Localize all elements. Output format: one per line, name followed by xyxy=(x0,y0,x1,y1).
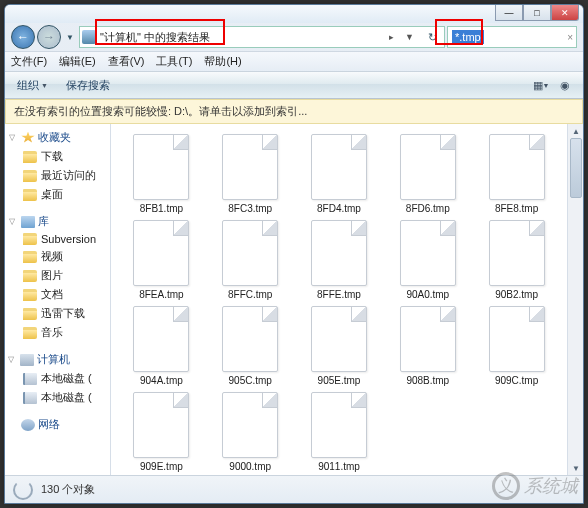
favorites-label: 收藏夹 xyxy=(38,130,71,145)
index-warning-strip[interactable]: 在没有索引的位置搜索可能较慢: D:\。请单击以添加到索引... xyxy=(5,99,583,124)
file-icon xyxy=(222,220,278,286)
save-search-button[interactable]: 保存搜索 xyxy=(62,76,114,95)
scroll-thumb[interactable] xyxy=(570,138,582,198)
navigation-row: ← → ▼ "计算机" 中的搜索结果 ▸ ▼ ↻ *.tmp × xyxy=(5,23,583,51)
favorites-header[interactable]: ▽ 收藏夹 xyxy=(5,128,110,147)
file-item[interactable]: 909C.tmp xyxy=(474,306,559,386)
file-item[interactable]: 8FEA.tmp xyxy=(119,220,204,300)
menu-view[interactable]: 查看(V) xyxy=(108,54,145,69)
file-label: 9011.tmp xyxy=(318,461,360,472)
scroll-down-icon[interactable]: ▼ xyxy=(568,461,583,475)
item-label: 桌面 xyxy=(41,187,63,202)
breadcrumb-arrow-icon: ▸ xyxy=(386,32,397,42)
back-button[interactable]: ← xyxy=(11,25,35,49)
file-label: 8FD6.tmp xyxy=(406,203,450,214)
folder-icon xyxy=(23,289,37,301)
file-item[interactable]: 9011.tmp xyxy=(297,392,382,472)
computer-icon xyxy=(20,354,34,366)
sidebar-item-subversion[interactable]: Subversion xyxy=(5,231,110,247)
file-item[interactable]: 8FE8.tmp xyxy=(474,134,559,214)
file-item[interactable]: 8FD4.tmp xyxy=(297,134,382,214)
file-label: 8FEA.tmp xyxy=(139,289,183,300)
file-icon xyxy=(311,220,367,286)
file-item[interactable]: 8FD6.tmp xyxy=(385,134,470,214)
history-dropdown[interactable]: ▼ xyxy=(63,25,77,49)
vertical-scrollbar[interactable]: ▲ ▼ xyxy=(567,124,583,475)
sidebar-item-desktop[interactable]: 桌面 xyxy=(5,185,110,204)
file-item[interactable]: 8FB1.tmp xyxy=(119,134,204,214)
file-icon xyxy=(311,306,367,372)
drive-icon xyxy=(23,392,37,404)
item-label: 文档 xyxy=(41,287,63,302)
organize-button[interactable]: 组织 ▼ xyxy=(13,76,52,95)
menu-help[interactable]: 帮助(H) xyxy=(204,54,241,69)
file-item[interactable]: 905E.tmp xyxy=(297,306,382,386)
file-icon xyxy=(133,220,189,286)
sidebar-item-documents[interactable]: 文档 xyxy=(5,285,110,304)
file-icon xyxy=(133,392,189,458)
file-label: 8FFE.tmp xyxy=(317,289,361,300)
sidebar-item-pictures[interactable]: 图片 xyxy=(5,266,110,285)
file-item[interactable]: 8FFE.tmp xyxy=(297,220,382,300)
file-item[interactable]: 90B2.tmp xyxy=(474,220,559,300)
titlebar[interactable]: — □ ✕ xyxy=(5,5,583,23)
libraries-label: 库 xyxy=(38,214,49,229)
network-label: 网络 xyxy=(38,417,60,432)
item-label: 图片 xyxy=(41,268,63,283)
minimize-button[interactable]: — xyxy=(495,5,523,21)
computer-header[interactable]: ▽ 计算机 xyxy=(5,350,110,369)
index-warning-text: 在没有索引的位置搜索可能较慢: D:\。请单击以添加到索引... xyxy=(14,104,307,119)
address-dropdown[interactable]: ▼ xyxy=(401,32,418,42)
library-icon xyxy=(21,216,35,228)
menu-file[interactable]: 文件(F) xyxy=(11,54,47,69)
search-progress-icon xyxy=(13,480,33,500)
address-bar[interactable]: "计算机" 中的搜索结果 ▸ ▼ ↻ xyxy=(79,26,445,48)
sidebar-item-drive-c[interactable]: 本地磁盘 ( xyxy=(5,369,110,388)
window-controls: — □ ✕ xyxy=(495,5,579,21)
file-icon xyxy=(311,134,367,200)
menu-edit[interactable]: 编辑(E) xyxy=(59,54,96,69)
sidebar-item-drive-d[interactable]: 本地磁盘 ( xyxy=(5,388,110,407)
file-item[interactable]: 905C.tmp xyxy=(208,306,293,386)
status-bar: 130 个对象 xyxy=(5,475,583,503)
menu-tools[interactable]: 工具(T) xyxy=(156,54,192,69)
sidebar-item-recent[interactable]: 最近访问的 xyxy=(5,166,110,185)
toolbar: 组织 ▼ 保存搜索 ▦▼ ◉ xyxy=(5,71,583,99)
sidebar-item-videos[interactable]: 视频 xyxy=(5,247,110,266)
folder-icon xyxy=(23,170,37,182)
libraries-header[interactable]: ▽ 库 xyxy=(5,212,110,231)
status-count: 130 个对象 xyxy=(41,482,95,497)
file-item[interactable]: 908B.tmp xyxy=(385,306,470,386)
file-icon xyxy=(133,306,189,372)
clear-search-icon[interactable]: × xyxy=(567,32,573,43)
computer-label: 计算机 xyxy=(37,352,70,367)
file-item[interactable]: 8FC3.tmp xyxy=(208,134,293,214)
folder-icon xyxy=(23,233,37,245)
scroll-up-icon[interactable]: ▲ xyxy=(568,124,583,138)
search-input[interactable]: *.tmp xyxy=(452,30,484,44)
refresh-button[interactable]: ↻ xyxy=(422,31,442,44)
network-header[interactable]: 网络 xyxy=(5,415,110,434)
sidebar-item-downloads[interactable]: 下载 xyxy=(5,147,110,166)
network-icon xyxy=(21,419,35,431)
file-label: 8FC3.tmp xyxy=(228,203,272,214)
computer-group: ▽ 计算机 本地磁盘 ( 本地磁盘 ( xyxy=(5,350,110,407)
file-item[interactable]: 904A.tmp xyxy=(119,306,204,386)
sidebar-item-xunlei[interactable]: 迅雷下载 xyxy=(5,304,110,323)
forward-button[interactable]: → xyxy=(37,25,61,49)
file-grid: 8FB1.tmp8FC3.tmp8FD4.tmp8FD6.tmp8FE8.tmp… xyxy=(111,124,567,475)
file-item[interactable]: 909E.tmp xyxy=(119,392,204,472)
close-button[interactable]: ✕ xyxy=(551,5,579,21)
help-icon[interactable]: ◉ xyxy=(555,76,575,94)
file-item[interactable]: 9000.tmp xyxy=(208,392,293,472)
file-label: 8FB1.tmp xyxy=(140,203,183,214)
view-mode-button[interactable]: ▦▼ xyxy=(531,76,551,94)
file-item[interactable]: 90A0.tmp xyxy=(385,220,470,300)
file-label: 904A.tmp xyxy=(140,375,183,386)
file-item[interactable]: 8FFC.tmp xyxy=(208,220,293,300)
maximize-button[interactable]: □ xyxy=(523,5,551,21)
file-list-pane[interactable]: 8FB1.tmp8FC3.tmp8FD4.tmp8FD6.tmp8FE8.tmp… xyxy=(111,124,567,475)
sidebar-item-music[interactable]: 音乐 xyxy=(5,323,110,342)
file-label: 8FD4.tmp xyxy=(317,203,361,214)
search-box[interactable]: *.tmp × xyxy=(447,26,577,48)
